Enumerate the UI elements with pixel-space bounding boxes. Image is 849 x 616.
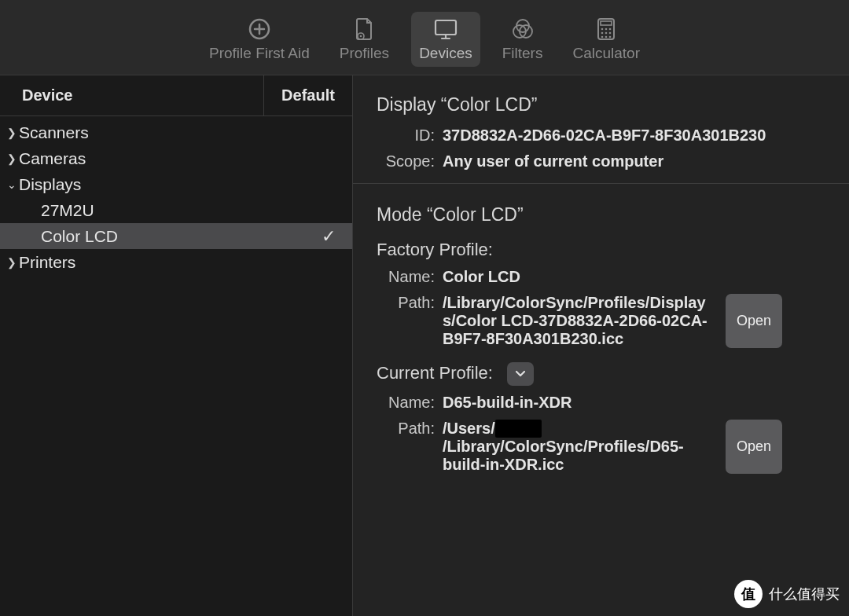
venn-icon [510,16,535,42]
factory-path-value: /Library/ColorSync/Profiles/Displays/Col… [443,294,710,348]
detail-pane: Display “Color LCD” ID: 37D8832A-2D66-02… [353,75,849,616]
redacted-username: xxxxx [495,420,542,438]
document-gear-icon [351,16,377,42]
display-heading: Display “Color LCD” [377,94,829,116]
tool-devices[interactable]: Devices [411,12,480,67]
current-name-value: D65-build-in-XDR [443,394,829,412]
column-header-default[interactable]: Default [264,86,352,104]
device-tree: ❯ Scanners ❯ Cameras ⌄ Displays 27M2U Co… [0,116,352,275]
tool-label: Filters [502,45,543,62]
sidebar-header: Device Default [0,75,352,116]
svg-point-20 [605,36,608,38]
svg-point-15 [609,28,612,31]
plus-circle-icon [247,16,272,42]
display-icon [433,16,458,42]
svg-point-4 [360,35,362,38]
tree-item-cameras[interactable]: ❯ Cameras [0,145,352,171]
tool-filters[interactable]: Filters [494,12,551,67]
main-split: Device Default ❯ Scanners ❯ Cameras ⌄ Di… [0,75,849,616]
svg-point-14 [605,28,608,31]
calculator-icon [594,16,619,42]
tree-item-printers[interactable]: ❯ Printers [0,249,352,275]
scope-label: Scope: [377,152,443,170]
open-factory-button[interactable]: Open [726,294,782,348]
tool-calculator[interactable]: Calculator [564,12,648,67]
divider [353,183,849,184]
scope-value: Any user of current computer [443,152,829,170]
current-profile-label: Current Profile: [377,363,493,383]
id-label: ID: [377,126,443,145]
path-label: Path: [377,420,443,474]
chevron-down-icon [515,370,526,378]
svg-point-18 [609,32,612,35]
chevron-down-icon: ⌄ [5,178,19,191]
tree-item-27m2u[interactable]: 27M2U [0,197,352,223]
tree-item-color-lcd[interactable]: Color LCD ✓ [0,223,352,249]
current-profile-dropdown[interactable] [507,362,534,386]
svg-rect-5 [436,20,456,35]
current-profile-heading: Current Profile: [377,362,829,386]
name-label: Name: [377,394,443,412]
factory-profile-heading: Factory Profile: [377,240,829,260]
svg-point-16 [601,32,604,35]
svg-point-13 [601,28,604,31]
svg-rect-12 [601,21,612,25]
tool-label: Calculator [572,45,640,62]
open-current-button[interactable]: Open [726,420,782,474]
watermark-badge: 值 [734,580,763,608]
tool-profile-first-aid[interactable]: Profile First Aid [201,12,318,67]
svg-point-21 [609,36,612,38]
factory-name-value: Color LCD [443,268,829,286]
column-header-device[interactable]: Device [0,75,264,116]
path-label: Path: [377,294,443,348]
tool-label: Devices [419,45,472,62]
id-value: 37D8832A-2D66-02CA-B9F7-8F30A301B230 [443,126,829,145]
watermark-text: 什么值得买 [769,585,840,603]
watermark: 值 什么值得买 [734,580,840,608]
name-label: Name: [377,268,443,286]
svg-point-17 [605,32,608,35]
tree-item-displays[interactable]: ⌄ Displays [0,171,352,197]
checkmark-icon: ✓ [305,226,352,247]
chevron-right-icon: ❯ [5,152,19,165]
svg-point-19 [601,36,604,38]
tool-label: Profiles [340,45,389,62]
toolbar: Profile First Aid Profiles Devices Filte… [0,0,849,75]
sidebar: Device Default ❯ Scanners ❯ Cameras ⌄ Di… [0,75,353,616]
tool-profiles[interactable]: Profiles [332,12,397,67]
current-path-value: /Users/xxxxx/Library/ColorSync/Profiles/… [443,420,710,474]
chevron-right-icon: ❯ [5,256,19,269]
tool-label: Profile First Aid [209,45,310,62]
mode-heading: Mode “Color LCD” [377,204,829,226]
tree-item-scanners[interactable]: ❯ Scanners [0,119,352,145]
chevron-right-icon: ❯ [5,126,19,139]
